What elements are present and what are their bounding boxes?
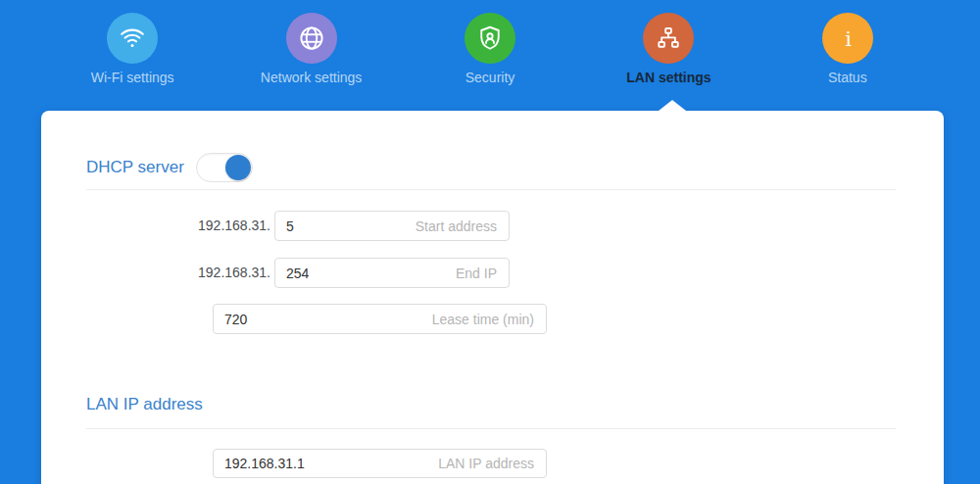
dhcp-server-title: DHCP server — [86, 158, 184, 177]
start-address-field-wrap: Start address — [274, 211, 510, 241]
info-icon: i — [822, 13, 873, 64]
nav-label: Security — [466, 70, 515, 85]
lan-ip-input[interactable] — [214, 450, 546, 477]
lan-ip-field-wrap: LAN IP address — [213, 449, 547, 478]
end-ip-input[interactable] — [275, 259, 509, 287]
top-navigation: Wi-Fi settings Network settings Security — [0, 0, 980, 111]
nav-item-wifi-settings[interactable]: Wi-Fi settings — [43, 0, 221, 111]
nav-item-status[interactable]: i Status — [759, 0, 937, 111]
nav-label: Wi-Fi settings — [91, 70, 174, 85]
globe-icon — [286, 13, 337, 64]
dhcp-toggle[interactable] — [196, 153, 253, 182]
end-ip-field-wrap: End IP — [274, 258, 510, 288]
divider — [86, 189, 896, 190]
sitemap-icon — [643, 13, 694, 64]
nav-item-lan-settings[interactable]: LAN settings — [579, 0, 758, 111]
lease-time-field-wrap: Lease time (min) — [213, 304, 547, 334]
divider — [86, 428, 896, 429]
shield-person-icon — [465, 13, 515, 64]
wifi-icon — [107, 13, 158, 64]
settings-card: DHCP server 192.168.31. Start address 19… — [41, 111, 944, 484]
start-address-input[interactable] — [275, 212, 509, 240]
svg-text:i: i — [845, 26, 852, 51]
card-notch-pointer — [659, 100, 686, 111]
start-address-prefix: 192.168.31. — [80, 218, 270, 233]
nav-label: Network settings — [261, 70, 362, 85]
lan-ip-address-title: LAN IP address — [86, 395, 203, 414]
end-ip-prefix: 192.168.31. — [80, 265, 270, 280]
dhcp-toggle-knob — [225, 155, 251, 180]
lease-time-input[interactable] — [214, 305, 546, 333]
nav-label: LAN settings — [626, 70, 710, 85]
nav-item-security[interactable]: Security — [401, 0, 579, 111]
nav-item-network-settings[interactable]: Network settings — [221, 0, 400, 111]
nav-label: Status — [828, 70, 867, 85]
